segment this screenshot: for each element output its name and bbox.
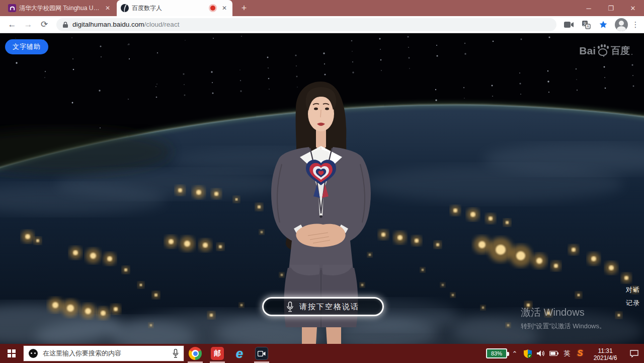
defender-shield-icon[interactable] [521, 344, 534, 363]
action-center-icon[interactable] [624, 344, 644, 363]
search-mic-icon[interactable] [173, 349, 179, 358]
tsinghua-favicon-icon [8, 4, 16, 12]
bookmark-star-icon[interactable] [597, 19, 609, 31]
url-text: digitalhuman.baidu.com/cloud/react [72, 21, 179, 28]
close-button[interactable]: ✕ [622, 0, 644, 16]
address-bar[interactable]: digitalhuman.baidu.com/cloud/react [56, 18, 556, 31]
reload-icon[interactable]: ⟳ [38, 18, 51, 31]
desktop-screen: 清华大学校园网 Tsinghua Univ ✕ 百度数字人 ✕ + ─ ❐ ✕ … [0, 0, 644, 363]
tab-baidu-digital-human[interactable]: 百度数字人 ✕ [117, 0, 232, 16]
dialog-tab[interactable]: 对话 [625, 283, 641, 297]
restore-button[interactable]: ❐ [600, 0, 622, 16]
tab-close-icon[interactable]: ✕ [104, 4, 112, 12]
page-viewport: 文字辅助 Bai 百度 请按下空格说话 对话 记录 激活 Windows 转到“… [0, 33, 644, 344]
mic-prompt-label: 请按下空格说话 [299, 302, 359, 312]
translate-icon[interactable]: 文A [580, 19, 592, 31]
back-icon[interactable]: ← [6, 18, 19, 31]
microphone-icon [287, 302, 293, 312]
side-panel-tabs: 对话 记录 [625, 283, 641, 310]
eye [314, 107, 318, 110]
profile-avatar[interactable] [615, 18, 628, 31]
push-to-talk-button[interactable]: 请按下空格说话 [262, 297, 384, 316]
recording-indicator-icon [210, 6, 215, 11]
tab-close-icon[interactable]: ✕ [220, 4, 228, 12]
nose [320, 110, 321, 117]
mail-taskbar-icon[interactable]: 邮 [206, 344, 228, 363]
tab-title: 百度数字人 [132, 4, 207, 13]
tray-battery-icon[interactable] [547, 344, 560, 363]
jacket-button [319, 215, 322, 217]
windows-taskbar: 在这里输入你要搜索的内容 邮 e 83% ⌃ [0, 344, 644, 363]
leg [302, 327, 317, 344]
start-button[interactable] [0, 344, 23, 363]
browser-titlebar: 清华大学校园网 Tsinghua Univ ✕ 百度数字人 ✕ + ─ ❐ ✕ [0, 0, 644, 16]
tray-expand-icon[interactable]: ⌃ [508, 344, 521, 363]
globe-favicon-icon [121, 4, 129, 12]
tab-tsinghua[interactable]: 清华大学校园网 Tsinghua Univ ✕ [4, 0, 116, 16]
record-tab[interactable]: 记录 [625, 297, 641, 310]
clock[interactable]: 11:31 2021/4/6 [587, 345, 624, 361]
search-placeholder: 在这里输入你要搜索的内容 [43, 349, 173, 358]
taskbar-app-icons: 邮 e [184, 344, 273, 363]
leg [326, 327, 341, 344]
browser-menu-icon[interactable]: ⋮ [631, 20, 640, 29]
battery-indicator[interactable]: 83% [486, 348, 507, 358]
windows-activation-watermark: 激活 Windows 转到“设置”以激活 Windows。 [521, 306, 606, 331]
baidu-paw-icon [596, 44, 609, 57]
sogou-input-icon[interactable]: S [574, 344, 587, 363]
date: 2021/4/6 [587, 354, 624, 361]
forward-icon[interactable]: → [22, 18, 35, 31]
time: 11:31 [587, 347, 624, 354]
lock-icon [62, 21, 68, 28]
tab-title: 清华大学校园网 Tsinghua Univ [19, 4, 101, 13]
camera-app-icon[interactable] [251, 344, 273, 363]
eye [325, 107, 329, 110]
chrome-taskbar-icon[interactable] [184, 344, 206, 363]
clasped-hands [296, 224, 345, 247]
taskbar-search-box[interactable]: 在这里输入你要搜索的内容 [23, 345, 184, 361]
windows-logo-icon [8, 349, 16, 357]
window-controls: ─ ❐ ✕ [578, 0, 644, 16]
ime-language-indicator[interactable]: 英 [560, 344, 574, 363]
baidu-logo: Bai 百度 [579, 44, 630, 57]
new-tab-button[interactable]: + [238, 3, 250, 14]
text-assist-button[interactable]: 文字辅助 [5, 39, 48, 54]
browser-toolbar: ← → ⟳ digitalhuman.baidu.com/cloud/react… [0, 16, 644, 33]
internet-explorer-icon[interactable]: e [228, 344, 251, 363]
volume-icon[interactable] [534, 344, 547, 363]
svg-text:A: A [587, 24, 589, 29]
search-app-icon [29, 349, 38, 358]
system-tray: 83% ⌃ 英 S 11:31 2021/4/6 [486, 344, 644, 363]
minimize-button[interactable]: ─ [578, 0, 600, 16]
camera-extension-icon[interactable] [563, 19, 575, 31]
